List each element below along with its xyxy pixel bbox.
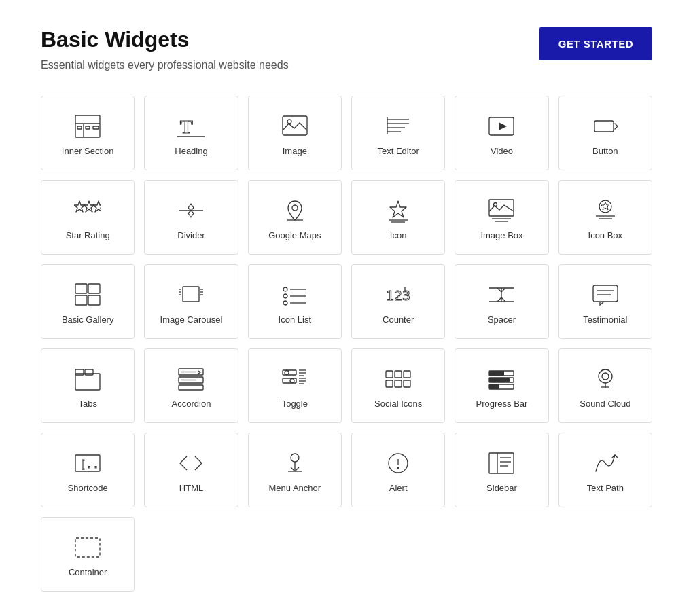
image-box-label: Image Box [480, 230, 522, 242]
widget-card-shortcode[interactable]: [...]Shortcode [41, 433, 135, 507]
title-block: Basic Widgets Essential widgets every pr… [41, 27, 289, 71]
widget-card-html[interactable]: HTML [144, 433, 238, 507]
page-title: Basic Widgets [41, 27, 289, 52]
inner-section-label: Inner Section [62, 146, 114, 158]
svg-rect-67 [75, 374, 100, 390]
widget-card-heading[interactable]: THeading [144, 96, 238, 170]
widget-card-icon-list[interactable]: Icon List [248, 264, 342, 339]
heading-icon: T [175, 113, 207, 139]
html-icon [175, 450, 207, 476]
widget-card-inner-section[interactable]: Inner Section [41, 96, 135, 170]
image-label: Image [283, 146, 307, 158]
widget-card-menu-anchor[interactable]: Menu Anchor [248, 433, 342, 507]
svg-text:T: T [180, 116, 193, 137]
toggle-icon [279, 366, 311, 392]
svg-marker-23 [188, 204, 194, 211]
star-rating-icon [71, 198, 104, 223]
widget-card-divider[interactable]: Divider [144, 180, 238, 255]
svg-line-62 [497, 297, 501, 302]
alert-icon [382, 450, 414, 476]
svg-marker-19 [74, 201, 85, 212]
svg-point-10 [287, 120, 291, 124]
widget-card-button[interactable]: Button [558, 96, 652, 170]
widget-card-text-editor[interactable]: Text Editor [351, 96, 445, 170]
widget-card-toggle[interactable]: Toggle [248, 348, 342, 423]
shortcode-label: Shortcode [68, 483, 108, 494]
svg-point-51 [283, 301, 287, 305]
sidebar-icon [485, 450, 518, 476]
svg-line-60 [497, 288, 501, 292]
widget-card-sound-cloud[interactable]: Sound Cloud [558, 348, 652, 423]
svg-point-76 [285, 370, 289, 374]
svg-text:123: 123 [386, 287, 410, 304]
svg-rect-69 [85, 369, 93, 375]
svg-rect-74 [179, 385, 203, 390]
widget-card-social-icons[interactable]: Social Icons [351, 348, 445, 423]
widget-card-icon-box[interactable]: Icon Box [558, 180, 652, 255]
widget-card-sidebar[interactable]: Sidebar [455, 433, 548, 507]
widget-card-tabs[interactable]: Tabs [41, 348, 135, 423]
social-icons-label: Social Icons [374, 399, 422, 410]
svg-rect-39 [88, 284, 100, 293]
image-carousel-icon [175, 282, 207, 308]
svg-rect-95 [489, 378, 510, 382]
widget-card-image-carousel[interactable]: Image Carousel [144, 264, 238, 339]
divider-icon [175, 198, 207, 223]
counter-icon: 123 [382, 282, 414, 308]
svg-rect-64 [593, 285, 618, 302]
widget-card-image[interactable]: Image [248, 96, 342, 170]
svg-point-50 [283, 294, 287, 298]
spacer-label: Spacer [488, 314, 516, 326]
testimonial-label: Testimonial [583, 314, 627, 326]
progress-bar-label: Progress Bar [476, 399, 528, 410]
widget-card-testimonial[interactable]: Testimonial [558, 264, 652, 339]
get-started-button[interactable]: GET STARTED [539, 27, 652, 60]
svg-rect-86 [386, 380, 393, 387]
widget-card-video[interactable]: Video [455, 96, 548, 170]
svg-rect-42 [183, 287, 199, 302]
container-icon [71, 535, 104, 560]
svg-line-107 [295, 467, 299, 471]
svg-rect-40 [75, 295, 87, 305]
icon-list-label: Icon List [279, 314, 311, 326]
widget-card-spacer[interactable]: Spacer [455, 264, 548, 339]
widget-card-image-box[interactable]: Image Box [455, 180, 548, 255]
svg-marker-20 [84, 201, 94, 212]
svg-rect-4 [77, 126, 82, 129]
svg-rect-88 [395, 380, 402, 387]
svg-line-63 [501, 297, 505, 302]
widget-card-basic-gallery[interactable]: Basic Gallery [41, 264, 135, 339]
svg-point-81 [290, 378, 294, 382]
svg-rect-111 [489, 453, 514, 473]
widget-card-google-maps[interactable]: Google Maps [248, 180, 342, 255]
widget-card-icon[interactable]: Icon [351, 180, 445, 255]
widget-card-container[interactable]: Container [41, 517, 135, 592]
icon-list-icon [279, 282, 311, 308]
alert-label: Alert [389, 483, 408, 494]
svg-rect-85 [386, 371, 393, 378]
sound-cloud-label: Sound Cloud [580, 399, 630, 410]
inner-section-icon [71, 113, 104, 139]
image-box-icon [485, 198, 518, 223]
shortcode-icon: [...] [71, 450, 104, 476]
widget-card-alert[interactable]: Alert [351, 433, 445, 507]
svg-rect-116 [75, 538, 100, 557]
widget-card-accordion[interactable]: Accordion [144, 348, 238, 423]
sound-cloud-icon [589, 366, 622, 392]
widget-card-text-path[interactable]: Text Path [558, 433, 652, 507]
widget-card-star-rating[interactable]: Star Rating [41, 180, 135, 255]
widget-card-counter[interactable]: 123Counter [351, 264, 445, 339]
button-icon [589, 113, 622, 139]
social-icons-icon [382, 366, 414, 392]
tabs-label: Tabs [78, 399, 96, 410]
image-carousel-label: Image Carousel [160, 314, 223, 326]
image-icon [279, 113, 311, 139]
icon-icon [382, 198, 414, 223]
svg-marker-24 [188, 211, 194, 217]
toggle-label: Toggle [282, 399, 308, 410]
progress-bar-icon [485, 366, 518, 392]
svg-point-110 [397, 467, 399, 468]
container-label: Container [69, 567, 107, 579]
widget-card-progress-bar[interactable]: Progress Bar [455, 348, 548, 423]
svg-rect-5 [86, 126, 90, 129]
